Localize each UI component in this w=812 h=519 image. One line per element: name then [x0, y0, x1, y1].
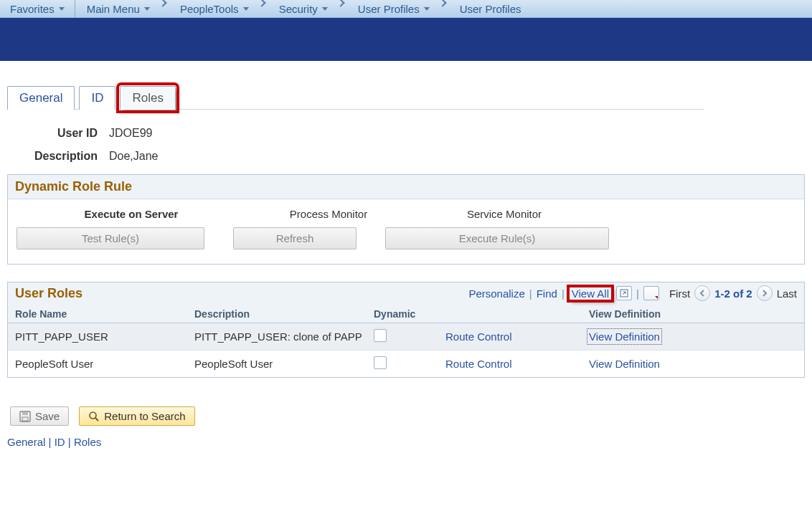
chevron-right-icon	[438, 0, 446, 7]
caret-down-icon	[424, 7, 430, 11]
group-title: Dynamic Role Rule	[8, 175, 804, 199]
col-dynamic[interactable]: Dynamic	[374, 308, 445, 320]
tab-id[interactable]: ID	[79, 86, 115, 110]
breadcrumb-item[interactable]: Security	[268, 0, 335, 17]
exec-on-server-label: Execute on Server	[16, 208, 246, 220]
bottom-link-roles[interactable]: Roles	[74, 436, 101, 448]
favorites-menu[interactable]: Favorites	[0, 0, 75, 17]
divider-icon: |	[68, 436, 74, 448]
chevron-right-icon	[336, 0, 344, 7]
table-row: PITT_PAPP_USER PITT_PAPP_USER: clone of …	[7, 323, 805, 351]
breadcrumb-label: User Profiles	[460, 3, 521, 15]
breadcrumb-item[interactable]: Main Menu	[75, 0, 157, 17]
view-definition-link[interactable]: View Definition	[589, 358, 660, 370]
chevron-right-icon	[159, 0, 166, 7]
user-id-value: JDOE99	[109, 127, 152, 140]
next-page-button[interactable]	[757, 285, 773, 301]
cell-description: PITT_PAPP_USER: clone of PAPP	[194, 330, 374, 343]
button-label: Return to Search	[104, 410, 185, 422]
bottom-link-id[interactable]: ID	[55, 436, 65, 448]
col-role-name[interactable]: Role Name	[15, 308, 194, 320]
route-control-link[interactable]: Route Control	[445, 358, 512, 370]
tab-label: General	[19, 91, 62, 105]
find-link[interactable]: Find	[537, 287, 557, 300]
caret-down-icon	[59, 7, 65, 11]
chevron-right-icon	[258, 0, 265, 7]
tab-label: ID	[91, 91, 103, 105]
user-roles-grid: User Roles Personalize | Find | View All…	[7, 282, 805, 378]
view-all-label: View All	[572, 287, 609, 300]
breadcrumb-item[interactable]: User Profiles	[448, 0, 529, 17]
dynamic-role-rule-box: Dynamic Role Rule Execute on Server Proc…	[7, 174, 805, 265]
breadcrumb-label: Main Menu	[87, 3, 140, 15]
dynamic-checkbox[interactable]	[374, 356, 387, 369]
col-view-definition[interactable]: View Definition	[589, 308, 704, 320]
breadcrumb-item[interactable]: User Profiles	[346, 0, 437, 17]
grid-title: User Roles	[15, 286, 82, 301]
dynamic-checkbox[interactable]	[374, 329, 387, 342]
favorites-label: Favorites	[10, 3, 55, 15]
description-value: Doe,Jane	[109, 150, 159, 163]
search-icon	[88, 411, 100, 422]
breadcrumb-bar: Favorites Main Menu PeopleTools Security…	[0, 0, 812, 18]
breadcrumb-label: PeopleTools	[180, 3, 239, 15]
service-monitor-link[interactable]: Service Monitor	[411, 208, 598, 220]
caret-down-icon	[243, 7, 249, 11]
tab-general[interactable]: General	[7, 86, 75, 110]
divider-icon: |	[636, 287, 639, 300]
caret-down-icon	[322, 7, 328, 11]
cell-description: PeopleSoft User	[194, 358, 374, 370]
personalize-link[interactable]: Personalize	[468, 287, 524, 300]
prev-page-button[interactable]	[694, 285, 710, 301]
return-to-search-button[interactable]: Return to Search	[79, 406, 194, 426]
description-label: Description	[11, 150, 98, 163]
execute-rules-button[interactable]: Execute Rule(s)	[385, 227, 609, 249]
divider-icon: |	[529, 287, 532, 300]
divider-icon: |	[49, 436, 55, 448]
tab-label: Roles	[132, 91, 163, 105]
button-label: Test Rule(s)	[82, 232, 139, 244]
bottom-link-general[interactable]: General	[7, 436, 45, 448]
last-link[interactable]: Last	[777, 287, 797, 300]
svg-rect-2	[22, 412, 28, 415]
download-icon[interactable]	[643, 286, 659, 300]
button-label: Execute Rule(s)	[459, 232, 536, 244]
zoom-icon[interactable]	[616, 286, 632, 300]
svg-line-5	[95, 418, 98, 421]
header-band	[0, 18, 812, 61]
divider-icon: |	[562, 287, 565, 300]
button-label: Save	[35, 410, 60, 422]
col-description[interactable]: Description	[194, 308, 374, 320]
tab-roles[interactable]: Roles	[120, 86, 175, 110]
cell-role-name: PeopleSoft User	[15, 358, 194, 370]
refresh-button[interactable]: Refresh	[233, 227, 357, 249]
user-id-label: User ID	[11, 127, 98, 140]
svg-rect-3	[22, 417, 28, 421]
view-definition-link[interactable]: View Definition	[589, 330, 660, 343]
svg-point-4	[90, 412, 96, 419]
row-range: 1-2 of 2	[714, 287, 752, 300]
save-button[interactable]: Save	[10, 406, 69, 426]
bottom-tab-links: General | ID | Roles	[7, 436, 805, 448]
breadcrumb-item[interactable]: PeopleTools	[169, 0, 256, 17]
breadcrumb-label: User Profiles	[358, 3, 420, 15]
first-link[interactable]: First	[669, 287, 690, 300]
caret-down-icon	[144, 7, 150, 11]
cell-role-name: PITT_PAPP_USER	[15, 330, 194, 343]
table-row: PeopleSoft User PeopleSoft User Route Co…	[7, 351, 805, 378]
process-monitor-link[interactable]: Process Monitor	[246, 208, 411, 220]
breadcrumb-label: Security	[279, 3, 318, 15]
col-route-control	[445, 308, 589, 320]
view-all-link[interactable]: View All	[569, 287, 612, 300]
test-rules-button[interactable]: Test Rule(s)	[16, 227, 204, 249]
button-label: Refresh	[276, 232, 314, 244]
route-control-link[interactable]: Route Control	[445, 330, 512, 343]
tabs-row: General ID Roles	[7, 82, 805, 110]
save-icon	[19, 411, 31, 422]
